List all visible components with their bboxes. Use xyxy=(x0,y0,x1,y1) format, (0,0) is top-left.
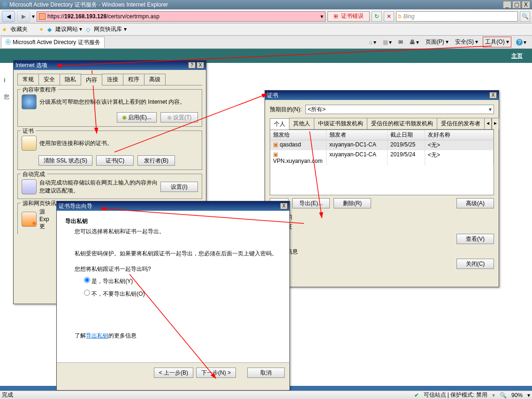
favorites-label[interactable]: 收藏夹 xyxy=(11,25,28,33)
star-icon[interactable]: ★ xyxy=(2,26,7,33)
purpose2-value: 身份验证 xyxy=(270,223,494,231)
learn-link[interactable]: 导出私钥 xyxy=(86,332,108,339)
cert-row[interactable]: VPN.xuyanyan.com xuyanyan-DC1-CA 2019/5/… xyxy=(270,150,494,165)
wizard-title: 证书导出向导 xyxy=(59,202,92,210)
tools-menu[interactable]: 工具(O) ▾ xyxy=(483,37,511,47)
tab-programs[interactable]: 程序 xyxy=(123,74,144,85)
tab-scroll-left[interactable]: ◂ xyxy=(484,118,492,129)
export-button[interactable]: 导出(E)... xyxy=(292,198,330,208)
mail-icon: ✉ xyxy=(398,39,403,46)
tab-trusted-root-ca[interactable]: 受信任的根证书颁发机构 xyxy=(367,118,437,129)
help-button[interactable]: ? xyxy=(188,62,196,69)
suggested-sites-link[interactable]: 建议网站 ▾ xyxy=(55,25,82,33)
advanced-button[interactable]: 高级(A) xyxy=(456,198,494,208)
col-expiry[interactable]: 截止日期 xyxy=(388,130,425,140)
purpose-select[interactable]: <所有> ▾ xyxy=(305,105,494,114)
cell-fn: <无> xyxy=(425,140,494,150)
close-button[interactable]: 关闭(C) xyxy=(456,259,494,269)
feeds-label: 源和网页快讯 xyxy=(21,200,58,207)
cert-error-badge[interactable]: ⛨ 证书错误 xyxy=(327,11,370,22)
dropdown-icon[interactable]: ▾ xyxy=(32,13,35,20)
back-button[interactable]: < 上一步(B) xyxy=(154,368,193,378)
refresh-button[interactable]: ↻ xyxy=(372,11,382,22)
favorites-add-icon[interactable]: ✦ xyxy=(39,26,44,33)
ac-desc: 自动完成功能存储以前在网页上输入的内容并向您建议匹配项。 xyxy=(39,179,158,195)
view-button[interactable]: 查看(V) xyxy=(456,234,494,244)
issuers-button[interactable]: 发行者(B) xyxy=(137,155,175,166)
close-button[interactable]: X xyxy=(197,62,204,69)
cell-exp: 2019/5/25 xyxy=(388,140,425,150)
zoom-dropdown-icon[interactable]: ▾ xyxy=(492,392,495,399)
bing-icon: b xyxy=(398,13,402,20)
cert-row[interactable]: qasdasd xuyanyan-DC1-CA 2019/5/25 <无> xyxy=(270,140,494,150)
url-scheme: https:// xyxy=(47,13,64,20)
mail-menu[interactable]: ✉ xyxy=(396,38,405,46)
enable-button[interactable]: ◉ 启用(E)... xyxy=(117,112,157,123)
print-menu[interactable]: 🖶 ▾ xyxy=(408,38,421,46)
help-menu[interactable]: ? ▾ xyxy=(514,38,528,46)
homepage-link[interactable]: 主页 xyxy=(511,52,523,60)
address-bar[interactable]: https://192.168.193.128/certsrv/certrmpn… xyxy=(37,11,326,22)
feed-link[interactable]: 网页快讯库 ▾ xyxy=(94,25,126,33)
zoom-value[interactable]: 90% xyxy=(511,392,523,399)
remove-button[interactable]: 删除(R) xyxy=(334,198,371,208)
home-menu[interactable]: ⌂ ▾ xyxy=(367,38,378,46)
cell-exp: 2019/5/24 xyxy=(388,150,425,165)
tab-security[interactable]: 安全 xyxy=(38,74,60,85)
certificate-icon xyxy=(22,136,37,151)
tab-personal[interactable]: 个人 xyxy=(270,118,289,130)
minimize-button[interactable]: _ xyxy=(503,1,511,8)
close-button[interactable]: X xyxy=(489,92,497,99)
safety-menu[interactable]: 安全(S) ▾ xyxy=(453,37,480,47)
tab-general[interactable]: 常规 xyxy=(17,74,39,85)
forward-button[interactable]: ▶ xyxy=(17,11,30,22)
back-button[interactable]: ◀ xyxy=(2,11,15,22)
radio-yes-input[interactable] xyxy=(84,277,90,283)
close-button[interactable]: X xyxy=(280,203,288,209)
tab-trusted-publishers[interactable]: 受信任的发布者 xyxy=(437,118,485,129)
certificates-button[interactable]: 证书(C) xyxy=(96,155,134,166)
back-arrow-icon: ◀ xyxy=(7,13,11,20)
tab-content[interactable]: 内容 xyxy=(81,74,102,85)
next-button[interactable]: 下一步(N) > xyxy=(196,368,236,378)
search-input[interactable]: b Bing xyxy=(396,11,518,22)
page-menu[interactable]: 页面(P) ▾ xyxy=(424,37,450,47)
zoom-arrow-icon[interactable]: ▾ xyxy=(527,392,530,399)
col-issued-to[interactable]: 颁发给 xyxy=(270,130,327,140)
wizard-para1: 私钥受密码保护。如果要将私钥跟证书一起导出，您必须在后面一页上键入密码。 xyxy=(75,249,281,258)
certs-desc: 使用加密连接和标识的证书。 xyxy=(39,139,198,147)
tab-others[interactable]: 其他人 xyxy=(289,118,314,129)
url-path: /certsrv/certrmpn.asp xyxy=(106,13,160,20)
maximize-button[interactable]: ▢ xyxy=(512,1,521,8)
shield-icon: ◉ xyxy=(167,114,172,121)
tab-privacy[interactable]: 隐私 xyxy=(60,74,81,85)
cert-title: 证书 xyxy=(267,92,278,100)
radio-no[interactable]: 不，不要导出私钥(O) xyxy=(84,291,145,297)
ac-settings-button[interactable]: 设置(I) xyxy=(160,182,198,192)
stop-button[interactable]: ✕ xyxy=(384,11,394,22)
col-friendly-name[interactable]: 友好名称 xyxy=(425,130,494,140)
radio-yes[interactable]: 是，导出私钥(Y) xyxy=(84,278,133,284)
close-button[interactable]: X xyxy=(522,1,530,8)
search-button[interactable]: 🔍 xyxy=(520,11,530,22)
tab-connections[interactable]: 连接 xyxy=(102,74,123,85)
rss-menu[interactable]: ▦ ▾ xyxy=(381,38,394,46)
page-tab[interactable]: ⓔ Microsoft Active Directory 证书服务 xyxy=(1,37,105,48)
tab-advanced[interactable]: 高级 xyxy=(144,74,166,85)
status-zone: 可信站点 | 保护模式: 禁用 xyxy=(424,391,487,399)
cancel-button[interactable]: 取消 xyxy=(247,368,285,378)
home-icon: ⌂ xyxy=(369,39,372,46)
col-issued-by[interactable]: 颁发者 xyxy=(327,130,388,140)
io-tabs: 常规 安全 隐私 内容 连接 程序 高级 xyxy=(17,74,202,85)
shield-icon: ◉ xyxy=(122,114,127,121)
tab-intermediate-ca[interactable]: 中级证书颁发机构 xyxy=(314,118,367,129)
ac-label: 自动完成 xyxy=(21,170,47,178)
internet-zone-icon: ✔ xyxy=(414,392,419,399)
content-filter-group: 内容审查程序 分级系统可帮助您控制在该计算机上看到的 Internet 内容。 … xyxy=(17,89,202,127)
ie-icon: ⓔ xyxy=(2,1,8,9)
radio-no-input[interactable] xyxy=(84,290,90,296)
clear-ssl-button[interactable]: 清除 SSL 状态(S) xyxy=(38,155,92,166)
certificates-group: 证书 使用加密连接和标识的证书。 清除 SSL 状态(S) 证书(C) 发行者(… xyxy=(17,130,202,170)
dropdown-icon[interactable]: ▾ xyxy=(320,13,323,20)
tab-scroll-right[interactable]: ▸ xyxy=(492,118,499,129)
